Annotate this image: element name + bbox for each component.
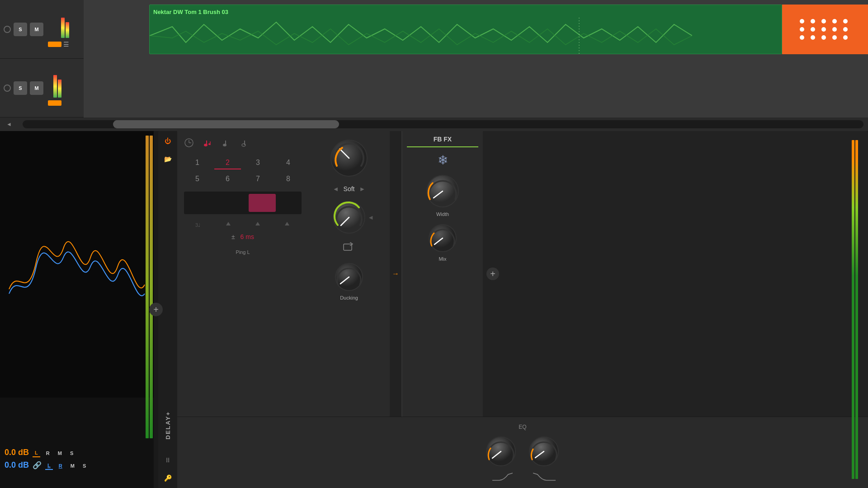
arrow-right-icon: → <box>392 270 399 278</box>
scroll-thumb[interactable] <box>113 120 339 128</box>
ch2-s-btn[interactable]: S <box>80 462 88 469</box>
timing-num-2[interactable]: 2 <box>214 157 241 169</box>
soft-prev-btn[interactable]: ◄ <box>333 185 339 192</box>
soft-next-btn[interactable]: ► <box>359 185 365 192</box>
freeze-btn[interactable]: ❄ <box>438 153 448 168</box>
add-right-container: + <box>483 131 503 417</box>
app-icon[interactable] <box>782 5 868 54</box>
plus-minus-icon: ± <box>231 233 235 240</box>
vu-meters-plugin <box>852 140 858 479</box>
main-knob-section <box>329 138 369 178</box>
loop-icon[interactable] <box>343 242 355 254</box>
note-icon[interactable] <box>222 138 232 150</box>
track-row-1: S M ☰ <box>0 0 84 59</box>
ch1-s-btn[interactable]: S <box>68 450 75 457</box>
timing-slider[interactable] <box>184 192 302 214</box>
ch2-m-btn[interactable]: M <box>68 462 77 469</box>
add-right-btn[interactable]: + <box>486 267 499 280</box>
track-record-btn[interactable] <box>4 26 11 33</box>
delay-main: 1 2 3 4 5 6 7 8 <box>177 131 868 488</box>
mix-knob[interactable] <box>427 222 458 254</box>
timing-arrow-down-3 <box>254 221 261 230</box>
half-note-icon[interactable] <box>241 138 251 150</box>
timing-num-4[interactable]: 4 <box>275 157 302 169</box>
dot <box>821 19 826 23</box>
mix-label: Mix <box>439 256 446 262</box>
ducking-knob-section: Ducking <box>333 261 365 300</box>
ch1-r-btn[interactable]: R <box>44 450 52 457</box>
eq-knob-2[interactable] <box>527 435 561 469</box>
dot <box>821 27 826 32</box>
lr-controls-2: L R M S <box>45 462 88 470</box>
lr-controls-1: L R M S <box>33 449 75 457</box>
hamburger-icon[interactable]: ☰ <box>63 41 69 48</box>
timing-num-8[interactable]: 8 <box>275 173 302 185</box>
track-meters-2 <box>53 70 61 98</box>
timing-num-5[interactable]: 5 <box>184 173 211 185</box>
track-mute-btn-2[interactable]: M <box>30 81 43 95</box>
dot <box>800 19 804 23</box>
folder-btn[interactable]: 📂 <box>161 153 174 165</box>
clock-icon[interactable] <box>184 138 194 150</box>
soft-nav: ◄ Soft ► <box>333 185 366 192</box>
track-row-2: S M <box>0 59 84 117</box>
track-controls: S M ☰ S M <box>0 0 84 127</box>
svg-text:3♩: 3♩ <box>195 222 200 228</box>
eq-knob-2-section <box>527 435 561 481</box>
soft-knob[interactable] <box>329 138 369 178</box>
dots-grid <box>800 19 850 40</box>
dot <box>800 27 804 32</box>
svg-marker-15 <box>255 222 260 225</box>
timing-panel: 1 2 3 4 5 6 7 8 <box>177 131 308 417</box>
track-meters <box>61 11 69 38</box>
vu-meters-left <box>146 136 153 438</box>
ch1-l-btn[interactable]: L <box>33 449 40 457</box>
scroll-left-arrow[interactable]: ◄ <box>0 117 18 131</box>
track-record-btn-2[interactable] <box>4 84 11 92</box>
feedback-knob[interactable] <box>331 199 367 235</box>
dot <box>811 27 815 32</box>
eq-knob-1[interactable] <box>484 435 518 469</box>
meter-bar-2 <box>66 22 69 38</box>
ping-label: Ping L <box>184 249 302 255</box>
ducking-knob[interactable] <box>333 261 365 293</box>
scroll-track[interactable] <box>23 120 863 128</box>
link-icon[interactable]: 🔗 <box>33 461 42 469</box>
ch2-l-btn[interactable]: L <box>45 462 53 470</box>
level-blue: 0.0 dB <box>5 460 29 470</box>
width-knob[interactable] <box>425 173 461 209</box>
dot <box>811 19 815 23</box>
width-label: Width <box>436 211 449 217</box>
timing-num-6[interactable]: 6 <box>214 173 241 185</box>
timing-arrows: 3♩ <box>184 221 302 230</box>
vu-bar-plugin-2 <box>855 140 858 479</box>
eq-knobs <box>184 435 861 481</box>
track-fader[interactable] <box>48 42 61 47</box>
timing-num-1[interactable]: 1 <box>184 157 211 169</box>
waveform-svg <box>150 18 692 54</box>
eq-shape-2 <box>533 472 556 481</box>
svg-rect-21 <box>344 244 352 250</box>
track-solo-btn[interactable]: S <box>14 23 27 36</box>
track-fader-2[interactable] <box>48 100 61 106</box>
timing-num-3[interactable]: 3 <box>245 157 271 169</box>
ch2-r-btn[interactable]: R <box>57 462 65 469</box>
ch1-m-btn[interactable]: M <box>56 450 64 457</box>
dotted-note-icon[interactable] <box>203 138 213 150</box>
timing-ms-display: ± 6 ms <box>184 233 302 240</box>
vu-bar-2 <box>150 136 153 438</box>
ms-value: 6 ms <box>241 233 254 240</box>
analyzer-display <box>0 131 154 398</box>
power-btn[interactable]: ⏻ <box>161 135 174 147</box>
eq-shape-1 <box>490 472 513 481</box>
track-mute-btn[interactable]: M <box>30 23 43 36</box>
track-solo-btn-2[interactable]: S <box>14 81 27 95</box>
timing-num-7[interactable]: 7 <box>245 173 271 185</box>
add-left-btn[interactable]: + <box>149 303 163 316</box>
delay-top-section: 1 2 3 4 5 6 7 8 <box>177 131 868 417</box>
soft-panel: ◄ Soft ► <box>308 131 390 417</box>
dots-btn[interactable]: ⁞⁞ <box>161 454 174 466</box>
dot <box>843 27 848 32</box>
timing-thumb <box>249 194 276 212</box>
key-btn[interactable]: 🔑 <box>161 472 174 484</box>
